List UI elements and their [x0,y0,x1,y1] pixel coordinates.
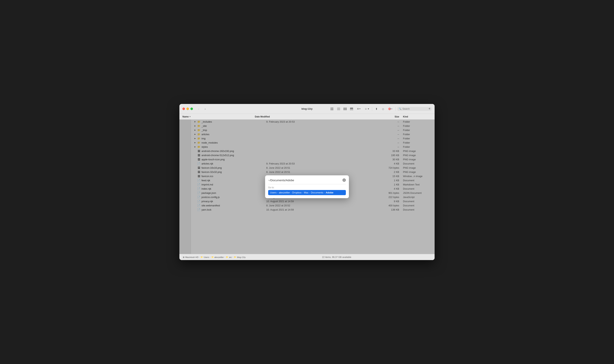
breadcrumb-label-hd: Macintosh HD [185,256,198,258]
breadcrumb: 🖥 Macintosh HD › 📁 Users › 📁 alexzeitler… [183,256,246,258]
minimize-button[interactable] [186,108,189,110]
svg-rect-2 [331,109,332,110]
list-view-button[interactable] [336,106,341,112]
search-box[interactable]: 🔍 [397,107,431,111]
svg-rect-11 [350,110,351,110]
breadcrumb-label-src: src [229,256,232,258]
separator-2 [395,107,396,111]
maximize-button[interactable] [190,108,193,110]
sort-arrow: ▾ [189,116,190,118]
tag-button[interactable]: ◇ [380,106,386,112]
breadcrumb-sep-4: › [233,256,233,258]
icon-view-button[interactable] [329,106,335,112]
svg-rect-13 [352,110,353,110]
path-arrow-2: › [291,191,291,194]
breadcrumb-item-alexzeitler: 📁 alexzeitler [211,256,224,258]
breadcrumb-item-users: 📁 Users [201,256,209,258]
forward-button[interactable]: › [202,106,208,112]
search-icon: 🔍 [399,108,402,110]
kind-column-header[interactable]: Kind [403,115,431,118]
breadcrumb-label-blog: blog-11ty [237,256,246,258]
add-button[interactable]: + [427,107,431,111]
svg-rect-12 [351,110,352,110]
separator-1 [372,107,372,111]
breadcrumb-label-alexzeitler: alexzeitler [214,256,224,258]
svg-rect-7 [344,108,344,110]
goto-input[interactable] [268,179,341,182]
svg-rect-8 [345,108,345,110]
back-button[interactable]: ‹ [196,106,201,112]
path-arrow-3: › [302,191,303,194]
share-button[interactable]: ⬆ [374,106,379,112]
path-segment-alexzeitler: alexzeitler [279,191,290,194]
path-arrow-4: › [309,191,310,194]
window-title: blog-11ty [301,107,313,110]
main-content: ▶ 📁 _includes 9. February 2023 at 20:53 … [179,119,435,254]
svg-rect-9 [346,108,347,110]
svg-rect-1 [332,108,333,109]
status-text: 22 items, 99,37 GB available [322,256,351,259]
toolbar-right: ⊞ ▾ ☺ ▾ ⬆ ◇ 🎯 ▾ 🔍 [329,106,431,112]
gallery-view-button[interactable] [349,106,354,112]
date-column-header[interactable]: Date Modified [255,115,384,118]
svg-rect-4 [337,108,340,108]
svg-rect-0 [331,108,332,109]
column-view-button[interactable] [342,106,348,112]
breadcrumb-item-src: 📁 src [226,256,232,258]
arrange-button[interactable]: ☺ ▾ [363,106,370,112]
finder-window: ‹ › blog-11ty [179,104,435,260]
close-button[interactable] [183,108,185,110]
path-segment-dropbox: Dropbox [292,191,301,194]
titlebar: ‹ › blog-11ty [179,104,435,114]
nav-buttons: ‹ › [196,106,208,112]
search-input[interactable] [402,108,430,110]
svg-rect-10 [350,108,353,109]
path-segment-documents: Documents [311,191,323,194]
svg-rect-3 [332,109,333,110]
clear-button[interactable]: × [342,178,346,182]
svg-rect-5 [337,109,340,109]
goto-label: Go to: [268,186,346,189]
path-segment-users: Users [270,191,276,194]
breadcrumb-sep-1: › [199,256,200,258]
breadcrumb-sep-2: › [210,256,210,258]
breadcrumb-item-blog: 📁 blog-11ty [234,256,246,258]
breadcrumb-sep-3: › [224,256,225,258]
more-button[interactable]: 🎯 ▾ [387,106,394,112]
name-column-header[interactable]: Name ▾ [183,115,255,118]
breadcrumb-item-hd: 🖥 Macintosh HD [183,256,198,258]
statusbar: 🖥 Macintosh HD › 📁 Users › 📁 alexzeitler… [179,254,435,260]
modal-input-row: × [268,178,346,182]
modal-overlay[interactable]: × Go to: Users › alexzeitler › Dropbox ›… [179,119,435,254]
path-segment-adobe: Adobe [326,191,333,194]
path-segment-mac: Mac [304,191,309,194]
path-suggestion[interactable]: Users › alexzeitler › Dropbox › Mac › Do… [268,190,346,195]
svg-rect-6 [337,110,340,110]
size-column-header[interactable]: Size [384,115,403,118]
goto-dialog: × Go to: Users › alexzeitler › Dropbox ›… [265,175,349,198]
traffic-lights [183,108,193,110]
path-arrow-5: › [324,191,325,194]
group-by-button[interactable]: ⊞ ▾ [355,106,362,112]
path-arrow-1: › [277,191,278,194]
column-headers: Name ▾ Date Modified Size Kind [179,114,435,119]
breadcrumb-label-users: Users [204,256,209,258]
